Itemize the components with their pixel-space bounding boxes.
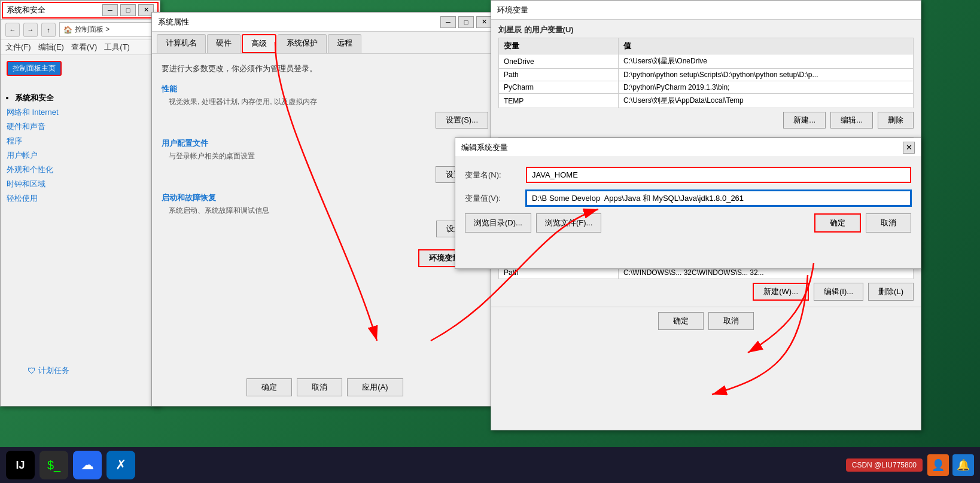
user-profiles-title: 用户配置文件 [162,138,488,149]
cp-item-hardware[interactable]: 硬件和声音 [7,121,154,132]
cp-path-text: 控制面板 > [75,25,109,35]
user-var-row[interactable]: TEMP C:\Users\刘星辰\AppData\Local\Temp [499,94,914,108]
cp-item-clock[interactable]: 时钟和区域 [7,179,154,189]
tab-advanced[interactable]: 高级 [242,34,276,53]
cp-controls: ─ □ ✕ [102,4,154,16]
cp-item-network[interactable]: 网络和 Internet [7,107,154,118]
edit-cancel-btn[interactable]: 取消 [866,213,911,233]
cp-forward-btn[interactable]: → [23,23,38,37]
user-var-value: C:\Users\刘星辰\AppData\Local\Temp [619,94,914,108]
sys-close-btn[interactable]: ✕ [476,16,492,28]
sys-maximize-btn[interactable]: □ [458,16,474,28]
user-var-name: PyCharm [499,81,619,94]
cp-menu-tools[interactable]: 工具(T) [104,42,130,53]
cp-path-bar: 🏠 控制面板 > [59,22,155,37]
taskbar-intellij[interactable]: IJ [6,451,35,479]
cp-home-btn[interactable]: 控制面板主页 [7,61,62,76]
env-cancel-btn[interactable]: 取消 [708,312,754,330]
var-value-label: 变量值(V): [465,193,519,204]
cp-up-btn[interactable]: ↑ [41,23,56,37]
baidu-icon: ☁ [81,457,94,473]
sys-vars-btn-row: 新建(W)... 编辑(I)... 删除(L) [491,279,921,304]
sys-cancel-btn[interactable]: 取消 [297,378,342,396]
cp-item-programs[interactable]: 程序 [7,136,154,146]
sys-new-btn[interactable]: 新建(W)... [753,283,809,301]
cp-back-btn[interactable]: ← [5,23,20,37]
user-icon-2: 🔔 [952,454,974,476]
user-col-value: 值 [619,38,914,54]
cp-nav-bar: ← → ↑ 🏠 控制面板 > [1,20,160,40]
cp-menu-view[interactable]: 查看(V) [71,42,97,53]
var-name-row: 变量名(N): [465,167,911,183]
browse-file-btn[interactable]: 浏览文件(F)... [536,213,601,233]
tab-system-protection[interactable]: 系统保护 [278,34,327,53]
taskbar-right: CSDN @LIU775800 👤 🔔 [846,454,974,476]
var-value-input[interactable] [526,190,911,206]
vscode-icon: ✗ [115,457,126,473]
edit-dialog-close-btn[interactable]: ✕ [903,142,915,154]
user-edit-btn[interactable]: 编辑... [830,112,873,129]
intellij-icon: IJ [16,459,25,472]
control-panel-window: 系统和安全 ─ □ ✕ ← → ↑ 🏠 控制面板 > 文件(F) 编辑(E) 查… [0,0,160,406]
user-var-value: D:\python\PyCharm 2019.1.3\bin; [619,81,914,94]
sys-edit-btn[interactable]: 编辑(I)... [814,283,863,301]
shield-icon: 🛡 [28,366,36,375]
taskbar-terminal[interactable]: $_ [39,451,68,479]
cp-menu-bar: 文件(F) 编辑(E) 查看(V) 工具(T) [1,40,160,55]
scheduled-tasks-link[interactable]: 🛡 计划任务 [28,365,69,376]
cp-maximize-btn[interactable]: □ [120,4,136,16]
edit-dialog-title: 编辑系统变量 [461,142,508,153]
env-title: 环境变量 [497,5,528,16]
sys-delete-btn[interactable]: 删除(L) [868,283,914,301]
tab-computer-name[interactable]: 计算机名 [157,34,206,53]
edit-ok-btn[interactable]: 确定 [814,213,861,233]
user-var-row[interactable]: PyCharm D:\python\PyCharm 2019.1.3\bin; [499,81,914,94]
performance-desc: 视觉效果, 处理器计划, 内存使用, 以及虚拟内存 [169,97,488,107]
taskbar-vscode[interactable]: ✗ [106,451,135,479]
taskbar-user-icons: 👤 🔔 [927,454,974,476]
var-name-label: 变量名(N): [465,170,519,181]
cp-item-ease[interactable]: 轻松使用 [7,193,154,204]
user-new-btn[interactable]: 新建... [783,112,826,129]
sys-props-content: 要进行大多数更改，你必须作为管理员登录。 性能 视觉效果, 处理器计划, 内存使… [152,54,498,277]
user-var-row[interactable]: OneDrive C:\Users\刘星辰\OneDrive [499,54,914,69]
env-titlebar: 环境变量 [491,1,921,20]
var-name-input[interactable] [526,167,911,183]
cp-item-security[interactable]: 系统和安全 [15,93,154,103]
performance-section: 性能 视觉效果, 处理器计划, 内存使用, 以及虚拟内存 设置(S)... [162,84,488,129]
sys-ok-btn[interactable]: 确定 [246,378,292,396]
cp-content: 控制面板主页 系统和安全 网络和 Internet 硬件和声音 程序 用户帐户 … [1,55,160,213]
cp-title: 系统和安全 [7,5,45,16]
user-vars-table: 变量 值 OneDrive C:\Users\刘星辰\OneDrive Path… [498,38,914,108]
tab-hardware[interactable]: 硬件 [207,34,241,53]
cp-item-appearance[interactable]: 外观和个性化 [7,164,154,175]
sys-apply-btn[interactable]: 应用(A) [347,378,403,396]
edit-dialog-titlebar: 编辑系统变量 ✕ [455,138,921,157]
startup-title: 启动和故障恢复 [162,192,488,203]
tab-remote[interactable]: 远程 [328,34,361,53]
user-vars-btn-row: 新建... 编辑... 删除 [491,108,921,132]
user-vars-title: 刘星辰 的用户变量(U) [491,20,921,38]
taskbar: IJ $_ ☁ ✗ CSDN @LIU775800 👤 🔔 [0,447,980,483]
taskbar-baidu[interactable]: ☁ [73,451,102,479]
cp-titlebar: 系统和安全 ─ □ ✕ [1,1,160,20]
user-var-value: D:\python\python setup\Scripts\D:\python… [619,69,914,81]
user-profiles-section: 用户配置文件 与登录帐户相关的桌面设置 设置(E)... [162,138,488,183]
user-var-name: Path [499,69,619,81]
user-delete-btn[interactable]: 删除 [878,112,914,129]
sys-props-tabs: 计算机名 硬件 高级 系统保护 远程 [152,32,498,54]
cp-item-user-accounts[interactable]: 用户帐户 [7,150,154,161]
startup-desc: 系统启动、系统故障和调试信息 [169,206,488,216]
cp-menu-file[interactable]: 文件(F) [5,42,31,53]
edit-dialog-content: 变量名(N): 变量值(V): 浏览目录(D)... 浏览文件(F)... 确定… [455,157,921,242]
csdn-badge: CSDN @LIU775800 [846,458,923,472]
performance-settings-btn[interactable]: 设置(S)... [436,112,488,129]
env-ok-btn[interactable]: 确定 [658,312,704,330]
user-var-value: C:\Users\刘星辰\OneDrive [619,54,914,69]
edit-dialog: 编辑系统变量 ✕ 变量名(N): 变量值(V): 浏览目录(D)... 浏览文件… [455,137,921,269]
browse-dir-btn[interactable]: 浏览目录(D)... [465,213,531,233]
cp-menu-edit[interactable]: 编辑(E) [38,42,64,53]
cp-minimize-btn[interactable]: ─ [102,4,118,16]
sys-minimize-btn[interactable]: ─ [440,16,456,28]
user-var-row[interactable]: Path D:\python\python setup\Scripts\D:\p… [499,69,914,81]
